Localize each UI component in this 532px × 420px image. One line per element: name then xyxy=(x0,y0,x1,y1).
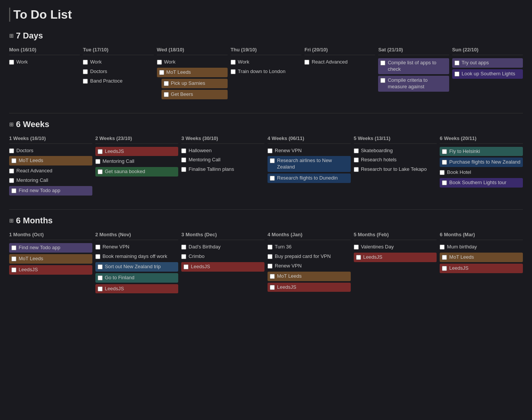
task-checkbox-5-2[interactable] xyxy=(442,266,447,271)
months-section-title: 6 Months xyxy=(9,216,523,226)
task-checkbox-6-1[interactable] xyxy=(454,72,459,76)
task-label-3-4: LeedsJS xyxy=(277,284,296,291)
task-checkbox-5-3[interactable] xyxy=(442,180,447,185)
task-checkbox-3-1[interactable] xyxy=(231,69,236,74)
task-tag-3-2: Research flights to Dunedin xyxy=(268,173,351,183)
task-checkbox-4-0[interactable] xyxy=(354,245,359,250)
task-checkbox-3-2[interactable] xyxy=(268,264,272,269)
task-checkbox-3-1[interactable] xyxy=(268,254,272,259)
task-item-3-0: Work xyxy=(231,58,301,66)
task-item-3-1: Train down to London xyxy=(231,68,301,76)
task-checkbox-5-0[interactable] xyxy=(380,60,385,65)
task-label-2-1: Crimbo xyxy=(188,253,204,260)
task-checkbox-1-2[interactable] xyxy=(83,79,88,84)
task-item-3-0: Turn 36 xyxy=(268,243,351,251)
col-6: Sun (22/10)Try out appsLook up Southern … xyxy=(452,47,523,101)
task-checkbox-2-1[interactable] xyxy=(181,158,186,162)
task-label-4-0: Valentines Day xyxy=(361,244,394,250)
task-tag-1-0: LeedsJS xyxy=(95,147,179,156)
task-tag-2-3: Get Beers xyxy=(162,90,228,99)
task-label-2-2: Finalise Tallinn plans xyxy=(188,166,234,173)
task-label-2-2: LeedsJS xyxy=(191,264,210,270)
task-checkbox-5-1[interactable] xyxy=(442,255,447,260)
task-checkbox-1-1[interactable] xyxy=(83,69,88,74)
task-checkbox-1-3[interactable] xyxy=(98,275,103,280)
task-label-5-1: Compile criteria to measure against xyxy=(388,77,446,90)
task-checkbox-0-1[interactable] xyxy=(11,256,16,261)
col-header-3: 4 Weeks (06/11) xyxy=(268,135,351,144)
task-label-1-2: Get sauna booked xyxy=(105,169,145,175)
task-checkbox-3-1[interactable] xyxy=(270,158,275,163)
task-checkbox-4-0[interactable] xyxy=(354,148,359,153)
col-5: 6 Weeks (20/11)Fly to HelsinkiPurchase f… xyxy=(440,135,523,197)
task-label-5-0: Compile list of apps to check xyxy=(388,60,446,73)
col-header-1: Tue (17/10) xyxy=(83,47,154,55)
days-section-title: 7 Days xyxy=(9,31,523,41)
task-checkbox-3-4[interactable] xyxy=(270,285,275,290)
task-item-5-2: Book Hotel xyxy=(440,169,523,177)
task-checkbox-0-1[interactable] xyxy=(11,158,16,163)
task-checkbox-1-0[interactable] xyxy=(83,60,88,65)
task-item-4-0: React Advanced xyxy=(304,58,375,66)
col-header-1: 2 Weeks (23/10) xyxy=(95,135,179,144)
task-checkbox-2-2[interactable] xyxy=(164,81,169,86)
task-label-6-0: Try out apps xyxy=(462,60,489,66)
col-3: Thu (19/10)WorkTrain down to London xyxy=(231,47,301,101)
task-checkbox-2-1[interactable] xyxy=(159,70,164,75)
task-checkbox-0-3[interactable] xyxy=(9,178,14,183)
task-checkbox-0-4[interactable] xyxy=(11,188,16,193)
task-checkbox-2-0[interactable] xyxy=(181,148,186,153)
task-checkbox-4-2[interactable] xyxy=(354,167,359,172)
task-tag-0-0: Find new Todo app xyxy=(9,243,92,253)
task-checkbox-1-0[interactable] xyxy=(98,149,103,154)
task-checkbox-1-4[interactable] xyxy=(98,286,103,291)
task-label-3-2: Research flights to Dunedin xyxy=(277,175,338,181)
col-header-2: 3 Months (Dec) xyxy=(181,232,264,240)
task-checkbox-1-0[interactable] xyxy=(95,245,100,250)
weeks-columns: 1 Weeks (16/10)DoctorsMoT LeedsReact Adv… xyxy=(9,135,523,197)
task-checkbox-2-0[interactable] xyxy=(181,245,186,250)
task-checkbox-4-1[interactable] xyxy=(354,158,359,162)
task-checkbox-0-2[interactable] xyxy=(9,169,14,173)
col-2: Wed (18/10)WorkMoT LeedsPick up SarniesG… xyxy=(157,47,228,101)
col-header-0: 1 Weeks (16/10) xyxy=(9,135,92,144)
task-label-1-4: LeedsJS xyxy=(105,286,124,292)
task-checkbox-0-0[interactable] xyxy=(11,245,16,250)
col-0: 1 Months (Oct)Find new Todo appMoT Leeds… xyxy=(9,232,92,295)
task-label-1-2: Sort out New Zealand trip xyxy=(105,264,161,270)
task-item-2-0: Dad's Birthday xyxy=(181,243,264,251)
task-checkbox-2-1[interactable] xyxy=(181,254,186,259)
task-checkbox-3-0[interactable] xyxy=(231,60,236,65)
weeks-section: 6 Weeks 1 Weeks (16/10)DoctorsMoT LeedsR… xyxy=(9,119,523,197)
task-checkbox-4-1[interactable] xyxy=(356,255,361,260)
task-checkbox-2-2[interactable] xyxy=(181,167,186,172)
task-label-3-0: Renew VPN xyxy=(275,148,302,154)
task-item-2-0: Halloween xyxy=(181,147,264,155)
task-checkbox-2-2[interactable] xyxy=(184,264,188,269)
task-checkbox-3-3[interactable] xyxy=(270,274,275,279)
task-checkbox-3-0[interactable] xyxy=(268,245,272,250)
task-checkbox-1-1[interactable] xyxy=(95,254,100,259)
task-checkbox-1-1[interactable] xyxy=(95,159,100,164)
col-1: 2 Weeks (23/10)LeedsJSMentoring CallGet … xyxy=(95,135,179,197)
task-checkbox-6-0[interactable] xyxy=(454,60,459,65)
task-checkbox-0-0[interactable] xyxy=(9,60,14,65)
task-label-3-0: Turn 36 xyxy=(275,244,291,250)
task-checkbox-5-1[interactable] xyxy=(380,78,385,83)
col-header-2: Wed (18/10) xyxy=(157,47,228,55)
task-checkbox-3-0[interactable] xyxy=(268,148,272,153)
col-5: Sat (21/10)Compile list of apps to check… xyxy=(378,47,449,101)
task-checkbox-5-0[interactable] xyxy=(442,149,447,154)
task-checkbox-2-3[interactable] xyxy=(164,92,169,97)
task-checkbox-2-0[interactable] xyxy=(157,60,162,65)
task-label-1-1: Mentoring Call xyxy=(103,158,135,165)
task-checkbox-0-2[interactable] xyxy=(11,267,16,272)
task-checkbox-5-2[interactable] xyxy=(440,170,445,175)
task-checkbox-5-1[interactable] xyxy=(442,160,447,165)
task-checkbox-3-2[interactable] xyxy=(270,176,275,181)
task-checkbox-1-2[interactable] xyxy=(98,169,103,174)
task-checkbox-5-0[interactable] xyxy=(440,245,445,250)
task-checkbox-4-0[interactable] xyxy=(304,60,309,65)
task-checkbox-0-0[interactable] xyxy=(9,148,14,153)
task-checkbox-1-2[interactable] xyxy=(98,264,103,269)
